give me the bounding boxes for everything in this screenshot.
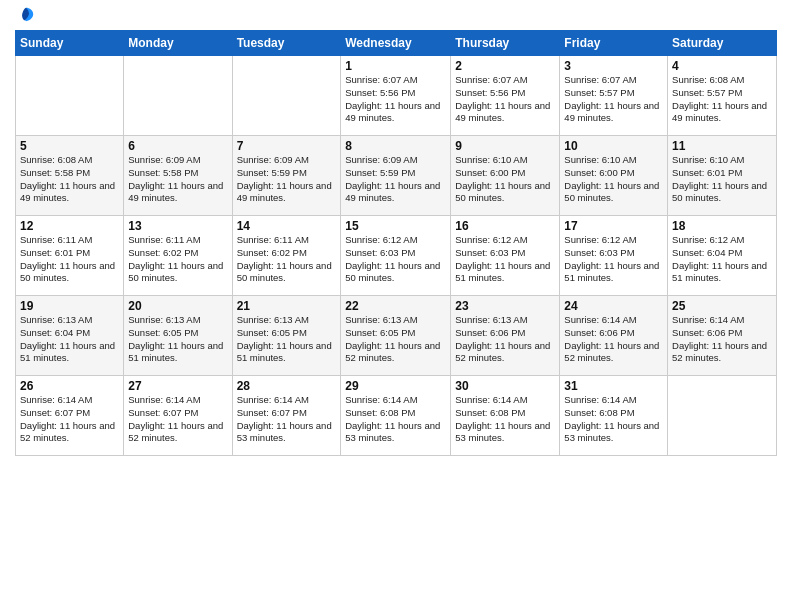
- day-info: Sunrise: 6:10 AM Sunset: 6:01 PM Dayligh…: [672, 154, 772, 205]
- calendar-cell: [232, 56, 341, 136]
- calendar-cell: 23Sunrise: 6:13 AM Sunset: 6:06 PM Dayli…: [451, 296, 560, 376]
- calendar-table: SundayMondayTuesdayWednesdayThursdayFrid…: [15, 30, 777, 456]
- calendar-cell: 5Sunrise: 6:08 AM Sunset: 5:58 PM Daylig…: [16, 136, 124, 216]
- calendar-cell: 22Sunrise: 6:13 AM Sunset: 6:05 PM Dayli…: [341, 296, 451, 376]
- day-info: Sunrise: 6:09 AM Sunset: 5:59 PM Dayligh…: [345, 154, 446, 205]
- day-info: Sunrise: 6:09 AM Sunset: 5:58 PM Dayligh…: [128, 154, 227, 205]
- day-number: 2: [455, 59, 555, 73]
- day-info: Sunrise: 6:07 AM Sunset: 5:57 PM Dayligh…: [564, 74, 663, 125]
- day-number: 16: [455, 219, 555, 233]
- day-number: 10: [564, 139, 663, 153]
- day-info: Sunrise: 6:13 AM Sunset: 6:05 PM Dayligh…: [345, 314, 446, 365]
- page-container: SundayMondayTuesdayWednesdayThursdayFrid…: [0, 0, 792, 466]
- calendar-cell: 9Sunrise: 6:10 AM Sunset: 6:00 PM Daylig…: [451, 136, 560, 216]
- weekday-header: Thursday: [451, 31, 560, 56]
- day-number: 20: [128, 299, 227, 313]
- calendar-cell: 14Sunrise: 6:11 AM Sunset: 6:02 PM Dayli…: [232, 216, 341, 296]
- calendar-cell: 25Sunrise: 6:14 AM Sunset: 6:06 PM Dayli…: [668, 296, 777, 376]
- day-info: Sunrise: 6:08 AM Sunset: 5:58 PM Dayligh…: [20, 154, 119, 205]
- day-info: Sunrise: 6:13 AM Sunset: 6:05 PM Dayligh…: [237, 314, 337, 365]
- calendar-week-row: 5Sunrise: 6:08 AM Sunset: 5:58 PM Daylig…: [16, 136, 777, 216]
- calendar-cell: 1Sunrise: 6:07 AM Sunset: 5:56 PM Daylig…: [341, 56, 451, 136]
- day-number: 22: [345, 299, 446, 313]
- calendar-cell: 13Sunrise: 6:11 AM Sunset: 6:02 PM Dayli…: [124, 216, 232, 296]
- calendar-cell: 21Sunrise: 6:13 AM Sunset: 6:05 PM Dayli…: [232, 296, 341, 376]
- calendar-cell: 16Sunrise: 6:12 AM Sunset: 6:03 PM Dayli…: [451, 216, 560, 296]
- day-info: Sunrise: 6:14 AM Sunset: 6:08 PM Dayligh…: [345, 394, 446, 445]
- day-number: 14: [237, 219, 337, 233]
- calendar-week-row: 1Sunrise: 6:07 AM Sunset: 5:56 PM Daylig…: [16, 56, 777, 136]
- day-info: Sunrise: 6:11 AM Sunset: 6:02 PM Dayligh…: [128, 234, 227, 285]
- header: [15, 10, 777, 24]
- calendar-cell: 27Sunrise: 6:14 AM Sunset: 6:07 PM Dayli…: [124, 376, 232, 456]
- day-info: Sunrise: 6:14 AM Sunset: 6:07 PM Dayligh…: [237, 394, 337, 445]
- calendar-cell: 24Sunrise: 6:14 AM Sunset: 6:06 PM Dayli…: [560, 296, 668, 376]
- day-number: 1: [345, 59, 446, 73]
- day-number: 25: [672, 299, 772, 313]
- weekday-header: Tuesday: [232, 31, 341, 56]
- calendar-cell: 2Sunrise: 6:07 AM Sunset: 5:56 PM Daylig…: [451, 56, 560, 136]
- day-info: Sunrise: 6:11 AM Sunset: 6:01 PM Dayligh…: [20, 234, 119, 285]
- day-number: 27: [128, 379, 227, 393]
- day-info: Sunrise: 6:09 AM Sunset: 5:59 PM Dayligh…: [237, 154, 337, 205]
- day-info: Sunrise: 6:13 AM Sunset: 6:04 PM Dayligh…: [20, 314, 119, 365]
- day-number: 29: [345, 379, 446, 393]
- day-info: Sunrise: 6:10 AM Sunset: 6:00 PM Dayligh…: [455, 154, 555, 205]
- day-info: Sunrise: 6:13 AM Sunset: 6:06 PM Dayligh…: [455, 314, 555, 365]
- calendar-cell: 4Sunrise: 6:08 AM Sunset: 5:57 PM Daylig…: [668, 56, 777, 136]
- day-number: 28: [237, 379, 337, 393]
- day-info: Sunrise: 6:07 AM Sunset: 5:56 PM Dayligh…: [455, 74, 555, 125]
- day-number: 30: [455, 379, 555, 393]
- day-info: Sunrise: 6:12 AM Sunset: 6:03 PM Dayligh…: [345, 234, 446, 285]
- day-info: Sunrise: 6:14 AM Sunset: 6:08 PM Dayligh…: [564, 394, 663, 445]
- calendar-cell: 8Sunrise: 6:09 AM Sunset: 5:59 PM Daylig…: [341, 136, 451, 216]
- logo-bird-icon: [17, 6, 35, 24]
- calendar-cell: 29Sunrise: 6:14 AM Sunset: 6:08 PM Dayli…: [341, 376, 451, 456]
- calendar-cell: [124, 56, 232, 136]
- day-number: 4: [672, 59, 772, 73]
- calendar-week-row: 12Sunrise: 6:11 AM Sunset: 6:01 PM Dayli…: [16, 216, 777, 296]
- calendar-cell: 31Sunrise: 6:14 AM Sunset: 6:08 PM Dayli…: [560, 376, 668, 456]
- calendar-cell: 26Sunrise: 6:14 AM Sunset: 6:07 PM Dayli…: [16, 376, 124, 456]
- day-info: Sunrise: 6:12 AM Sunset: 6:03 PM Dayligh…: [455, 234, 555, 285]
- day-number: 18: [672, 219, 772, 233]
- day-info: Sunrise: 6:14 AM Sunset: 6:06 PM Dayligh…: [564, 314, 663, 365]
- weekday-header: Friday: [560, 31, 668, 56]
- calendar-cell: 19Sunrise: 6:13 AM Sunset: 6:04 PM Dayli…: [16, 296, 124, 376]
- weekday-header: Wednesday: [341, 31, 451, 56]
- calendar-cell: 28Sunrise: 6:14 AM Sunset: 6:07 PM Dayli…: [232, 376, 341, 456]
- day-number: 17: [564, 219, 663, 233]
- calendar-cell: 18Sunrise: 6:12 AM Sunset: 6:04 PM Dayli…: [668, 216, 777, 296]
- day-number: 11: [672, 139, 772, 153]
- day-info: Sunrise: 6:08 AM Sunset: 5:57 PM Dayligh…: [672, 74, 772, 125]
- day-number: 12: [20, 219, 119, 233]
- day-number: 26: [20, 379, 119, 393]
- calendar-cell: 17Sunrise: 6:12 AM Sunset: 6:03 PM Dayli…: [560, 216, 668, 296]
- day-info: Sunrise: 6:12 AM Sunset: 6:04 PM Dayligh…: [672, 234, 772, 285]
- day-info: Sunrise: 6:11 AM Sunset: 6:02 PM Dayligh…: [237, 234, 337, 285]
- day-info: Sunrise: 6:12 AM Sunset: 6:03 PM Dayligh…: [564, 234, 663, 285]
- calendar-cell: [16, 56, 124, 136]
- weekday-header: Saturday: [668, 31, 777, 56]
- day-info: Sunrise: 6:14 AM Sunset: 6:08 PM Dayligh…: [455, 394, 555, 445]
- day-number: 13: [128, 219, 227, 233]
- day-number: 8: [345, 139, 446, 153]
- calendar-header-row: SundayMondayTuesdayWednesdayThursdayFrid…: [16, 31, 777, 56]
- logo: [15, 14, 35, 24]
- calendar-cell: 6Sunrise: 6:09 AM Sunset: 5:58 PM Daylig…: [124, 136, 232, 216]
- day-number: 5: [20, 139, 119, 153]
- day-info: Sunrise: 6:14 AM Sunset: 6:07 PM Dayligh…: [128, 394, 227, 445]
- day-number: 21: [237, 299, 337, 313]
- day-number: 9: [455, 139, 555, 153]
- day-number: 19: [20, 299, 119, 313]
- day-number: 6: [128, 139, 227, 153]
- calendar-cell: 3Sunrise: 6:07 AM Sunset: 5:57 PM Daylig…: [560, 56, 668, 136]
- weekday-header: Sunday: [16, 31, 124, 56]
- calendar-week-row: 19Sunrise: 6:13 AM Sunset: 6:04 PM Dayli…: [16, 296, 777, 376]
- day-number: 23: [455, 299, 555, 313]
- calendar-cell: 12Sunrise: 6:11 AM Sunset: 6:01 PM Dayli…: [16, 216, 124, 296]
- day-number: 3: [564, 59, 663, 73]
- calendar-cell: 11Sunrise: 6:10 AM Sunset: 6:01 PM Dayli…: [668, 136, 777, 216]
- calendar-cell: 10Sunrise: 6:10 AM Sunset: 6:00 PM Dayli…: [560, 136, 668, 216]
- day-info: Sunrise: 6:07 AM Sunset: 5:56 PM Dayligh…: [345, 74, 446, 125]
